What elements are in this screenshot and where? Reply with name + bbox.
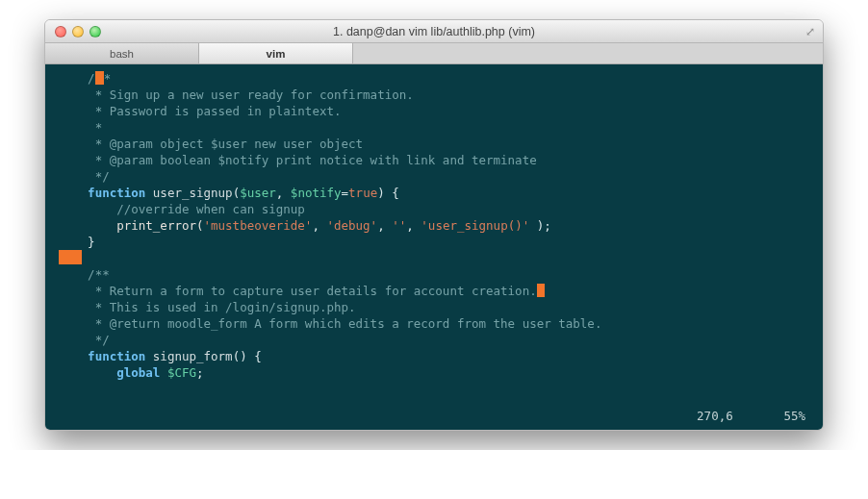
fn-name: user_signup <box>145 186 232 200</box>
punct: , <box>276 186 291 200</box>
zoom-icon[interactable] <box>89 26 101 37</box>
kw-function: function <box>59 349 145 363</box>
kw-function: function <box>59 186 145 200</box>
const-true: true <box>348 186 377 200</box>
var: $user <box>240 186 276 200</box>
code-text: //override when can signup <box>59 201 809 217</box>
code-text: / <box>59 71 95 86</box>
kw-global: global <box>116 365 160 380</box>
terminal-window: 1. danp@dan vim lib/authlib.php (vim) ⤢ … <box>44 19 824 431</box>
window-controls <box>45 26 101 37</box>
tab-bash[interactable]: bash <box>45 43 199 63</box>
code-line <box>59 250 809 266</box>
punct: () { <box>233 349 262 363</box>
close-icon[interactable] <box>55 26 66 37</box>
cursor-block <box>95 71 104 85</box>
tab-vim[interactable]: vim <box>199 43 353 63</box>
selection-block <box>59 250 82 264</box>
code-line: print_error('mustbeoveride', 'debug', ''… <box>59 217 809 234</box>
var: $notify <box>291 186 342 200</box>
code-text: * @return moodle_form A form which edits… <box>59 315 809 332</box>
tab-label: bash <box>110 48 134 60</box>
string: '' <box>392 218 406 233</box>
titlebar[interactable]: 1. danp@dan vim lib/authlib.php (vim) ⤢ <box>45 20 823 43</box>
code-text: * <box>104 71 112 86</box>
fn-name: signup_form <box>145 349 232 363</box>
tab-bar: bash vim <box>45 43 823 64</box>
vim-status-line: 270,6 55% <box>697 408 805 424</box>
trailing-mark <box>537 284 545 297</box>
string: 'user_signup()' <box>421 218 529 233</box>
code-text: /** <box>59 266 809 283</box>
minimize-icon[interactable] <box>72 26 84 37</box>
code-text: * <box>59 119 809 136</box>
code-text: */ <box>59 332 809 348</box>
tab-label: vim <box>267 48 286 60</box>
punct: , <box>312 218 326 233</box>
window-title: 1. danp@dan vim lib/authlib.php (vim) <box>45 25 823 38</box>
punct: , <box>406 218 421 233</box>
code-text: * @param boolean $notify print notice wi… <box>59 152 809 168</box>
punct: ; <box>196 365 204 380</box>
string: 'mustbeoveride' <box>204 218 313 233</box>
var: $CFG <box>167 365 196 380</box>
punct: ); <box>529 218 551 233</box>
code-text: print_error( <box>59 218 204 233</box>
punct: ) { <box>377 186 399 200</box>
code-text: * This is used in /login/signup.php. <box>59 299 809 315</box>
code-text: * Password is passed in plaintext. <box>59 103 809 119</box>
code-text: * @param object $user new user object <box>59 136 809 152</box>
scroll-percent: 55% <box>783 409 805 423</box>
punct: , <box>377 218 392 233</box>
string: 'debug' <box>326 218 377 233</box>
code-line: function user_signup($user, $notify=true… <box>59 185 809 201</box>
code-line: function signup_form() { <box>59 348 809 364</box>
code-text: } <box>59 234 809 250</box>
code-line: global $CFG; <box>59 364 809 381</box>
expand-icon[interactable]: ⤢ <box>805 25 815 38</box>
editor-viewport[interactable]: /* * Sign up a new user ready for confir… <box>45 64 823 430</box>
code-line: * Return a form to capture user details … <box>59 283 809 299</box>
space <box>160 365 167 380</box>
punct: = <box>342 186 349 200</box>
code-text: * Sign up a new user ready for confirmat… <box>59 87 809 103</box>
indent <box>59 365 116 380</box>
code-text: * Return a form to capture user details … <box>59 284 537 298</box>
code-text: */ <box>59 168 809 185</box>
cursor-position: 270,6 <box>697 409 733 423</box>
